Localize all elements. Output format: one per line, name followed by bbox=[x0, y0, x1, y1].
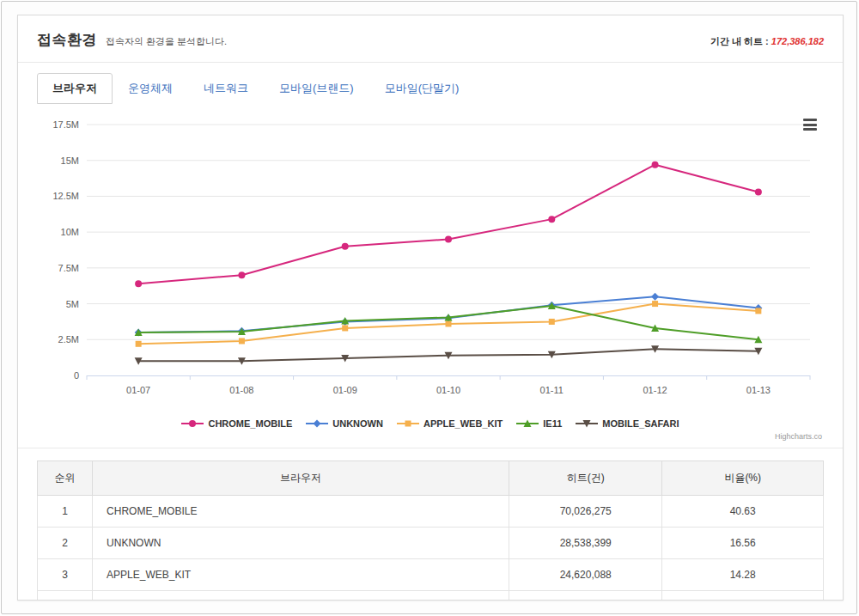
hamburger-icon bbox=[803, 119, 817, 121]
legend-marker-icon bbox=[397, 418, 419, 429]
cell-rank: 3 bbox=[38, 559, 93, 591]
browser-stats-section: 순위브라우저히트(건)비율(%) 1CHROME_MOBILE70,026,27… bbox=[18, 448, 843, 601]
legend-marker-icon bbox=[576, 418, 598, 429]
chart-area: 02.5M5M7.5M10M12.5M15M17.5M01-0701-0801-… bbox=[37, 111, 824, 441]
table-header-hits: 히트(건) bbox=[509, 461, 662, 496]
cell-ratio: 40.63 bbox=[662, 496, 824, 528]
cell-hits bbox=[509, 591, 662, 601]
legend-item-mobile_safari[interactable]: MOBILE_SAFARI bbox=[576, 418, 679, 429]
chart-menu-button[interactable] bbox=[801, 118, 819, 131]
svg-text:5M: 5M bbox=[66, 299, 79, 309]
svg-text:15M: 15M bbox=[61, 156, 79, 166]
table-row: 3APPLE_WEB_KIT24,620,08814.28 bbox=[38, 559, 824, 591]
legend-item-ie11[interactable]: IE11 bbox=[516, 418, 562, 429]
svg-text:01-12: 01-12 bbox=[643, 385, 667, 395]
page-title: 접속환경 bbox=[37, 30, 97, 50]
browser-usage-chart: 02.5M5M7.5M10M12.5M15M17.5M01-0701-0801-… bbox=[37, 111, 824, 413]
table-header-browser: 브라우저 bbox=[93, 461, 509, 496]
tab-mobile-device[interactable]: 모바일(단말기) bbox=[369, 73, 475, 104]
cell-browser: CHROME_MOBILE bbox=[93, 496, 509, 528]
chart-legend: CHROME_MOBILEUNKNOWNAPPLE_WEB_KITIE11MOB… bbox=[37, 418, 824, 429]
cell-hits: 28,538,399 bbox=[509, 528, 662, 559]
legend-label: MOBILE_SAFARI bbox=[602, 418, 679, 429]
svg-text:10M: 10M bbox=[61, 227, 79, 237]
svg-text:01-09: 01-09 bbox=[333, 385, 357, 395]
cell-ratio bbox=[662, 591, 824, 601]
table-row: 1CHROME_MOBILE70,026,27540.63 bbox=[38, 496, 824, 528]
legend-marker-icon bbox=[516, 418, 539, 429]
legend-label: IE11 bbox=[543, 418, 562, 429]
cell-browser bbox=[93, 591, 509, 601]
legend-item-chrome_mobile[interactable]: CHROME_MOBILE bbox=[181, 418, 292, 429]
table-row: 2UNKNOWN28,538,39916.56 bbox=[38, 528, 824, 559]
legend-label: APPLE_WEB_KIT bbox=[423, 418, 503, 429]
table-row-clipped bbox=[38, 591, 824, 601]
table-header-rank: 순위 bbox=[38, 461, 93, 496]
svg-text:01-13: 01-13 bbox=[746, 385, 771, 395]
window-frame: 접속환경 접속자의 환경을 분석합니다. 기간 내 히트 : 172,386,1… bbox=[1, 1, 857, 614]
svg-text:2.5M: 2.5M bbox=[58, 334, 79, 345]
page-subtitle: 접속자의 환경을 분석합니다. bbox=[106, 35, 227, 48]
legend-label: CHROME_MOBILE bbox=[208, 418, 292, 429]
svg-text:0: 0 bbox=[74, 370, 79, 381]
access-environment-panel: 접속환경 접속자의 환경을 분석합니다. 기간 내 히트 : 172,386,1… bbox=[17, 15, 844, 601]
period-hits: 기간 내 히트 : 172,386,182 bbox=[710, 35, 824, 48]
browser-stats-table: 순위브라우저히트(건)비율(%) 1CHROME_MOBILE70,026,27… bbox=[37, 460, 824, 601]
period-hits-label: 기간 내 히트 : bbox=[710, 36, 771, 46]
legend-label: UNKNOWN bbox=[332, 418, 383, 429]
svg-text:12.5M: 12.5M bbox=[52, 191, 79, 201]
legend-item-unknown[interactable]: UNKNOWN bbox=[306, 418, 383, 429]
tab-mobile-brand[interactable]: 모바일(브랜드) bbox=[264, 73, 369, 104]
cell-browser: APPLE_WEB_KIT bbox=[93, 559, 509, 591]
legend-marker-icon bbox=[306, 418, 328, 429]
tab-network[interactable]: 네트워크 bbox=[188, 73, 264, 104]
table-head-row: 순위브라우저히트(건)비율(%) bbox=[38, 461, 824, 496]
cell-rank: 1 bbox=[38, 496, 93, 528]
cell-hits: 70,026,275 bbox=[509, 496, 662, 528]
legend-item-apple_web_kit[interactable]: APPLE_WEB_KIT bbox=[397, 418, 503, 429]
period-hits-value: 172,386,182 bbox=[771, 36, 824, 46]
svg-text:01-10: 01-10 bbox=[436, 385, 460, 395]
highcharts-credits[interactable]: Highcharts.co bbox=[37, 429, 824, 441]
cell-ratio: 16.56 bbox=[662, 528, 824, 559]
cell-ratio: 14.28 bbox=[662, 559, 824, 591]
table-header-ratio: 비율(%) bbox=[662, 461, 824, 496]
cell-browser: UNKNOWN bbox=[93, 528, 509, 559]
svg-text:01-07: 01-07 bbox=[126, 385, 150, 395]
svg-text:17.5M: 17.5M bbox=[52, 119, 79, 130]
svg-text:01-08: 01-08 bbox=[229, 385, 253, 395]
svg-text:01-11: 01-11 bbox=[540, 385, 564, 395]
tab-os[interactable]: 운영체제 bbox=[113, 73, 188, 104]
cell-rank: 2 bbox=[38, 528, 93, 559]
cell-hits: 24,620,088 bbox=[509, 559, 662, 591]
svg-text:7.5M: 7.5M bbox=[58, 263, 79, 273]
table-body: 1CHROME_MOBILE70,026,27540.632UNKNOWN28,… bbox=[38, 496, 824, 601]
panel-header: 접속환경 접속자의 환경을 분석합니다. 기간 내 히트 : 172,386,1… bbox=[18, 15, 843, 63]
tab-bar: 브라우저운영체제네트워크모바일(브랜드)모바일(단말기) bbox=[37, 73, 824, 104]
legend-marker-icon bbox=[181, 418, 204, 429]
cell-rank bbox=[38, 591, 93, 601]
tab-browser[interactable]: 브라우저 bbox=[37, 73, 113, 104]
